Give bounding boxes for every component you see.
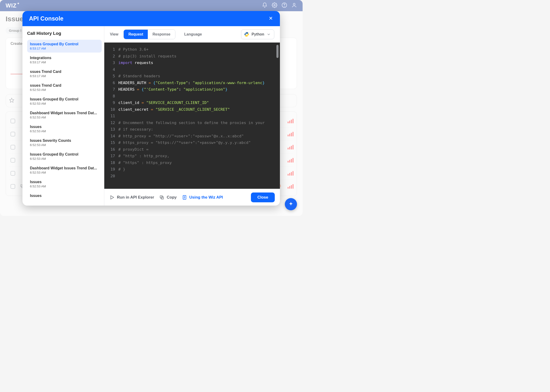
line-number: 1 bbox=[104, 46, 118, 53]
history-item-name: Issues Grouped By Control bbox=[30, 97, 99, 101]
api-console-modal: API Console Call History Log Issues Grou… bbox=[22, 11, 280, 206]
line-number: 4 bbox=[104, 66, 118, 73]
history-item-name: Issues Grouped By Control bbox=[30, 42, 99, 46]
code-content bbox=[118, 173, 121, 180]
code-editor[interactable]: 1# Python 3.6+2# pip(3) install requests… bbox=[104, 42, 280, 189]
code-line: 9client_id = "SERVICE_ACCOUNT_CLIENT_ID" bbox=[104, 99, 280, 106]
code-content: # https_proxy = "https://"*user+":"+pass… bbox=[118, 140, 251, 146]
history-item-name: ssues Trend Card bbox=[30, 70, 99, 74]
history-item[interactable]: Dashboard Widget Issues Trend Dat...6:52… bbox=[27, 164, 102, 177]
code-content: # Standard headers bbox=[118, 73, 160, 80]
call-history-sidebar: Call History Log Issues Grouped By Contr… bbox=[22, 26, 104, 206]
code-content bbox=[118, 93, 121, 100]
history-item-name: Issues bbox=[30, 194, 99, 198]
request-response-toggle: Request Response bbox=[123, 29, 175, 39]
modal-footer: Run in API Explorer Copy Using the Wiz A… bbox=[104, 189, 280, 206]
history-item[interactable]: ssues Trend Card6:52:53 AM bbox=[27, 81, 102, 94]
copy-icon bbox=[159, 195, 164, 200]
code-content: HEADERS = {"'Content-Type": "application… bbox=[118, 86, 228, 93]
code-content: # Uncomment the following section to def… bbox=[118, 120, 265, 126]
code-line: 19# } bbox=[104, 166, 280, 173]
line-number: 11 bbox=[104, 113, 118, 120]
svg-marker-10 bbox=[111, 196, 114, 199]
code-content: # proxyDict = bbox=[118, 146, 149, 153]
line-number: 3 bbox=[104, 60, 118, 66]
assistant-fab[interactable] bbox=[285, 198, 297, 210]
run-api-explorer-button[interactable]: Run in API Explorer bbox=[109, 195, 154, 200]
code-line: 1# Python 3.6+ bbox=[104, 46, 280, 53]
line-number: 16 bbox=[104, 146, 118, 153]
history-item[interactable]: ssues Trend Card6:53:17 AM bbox=[27, 67, 102, 80]
copy-label: Copy bbox=[167, 195, 177, 200]
line-number: 17 bbox=[104, 153, 118, 160]
code-line: 16# proxyDict = bbox=[104, 146, 280, 153]
line-number: 8 bbox=[104, 93, 118, 100]
request-tab[interactable]: Request bbox=[124, 30, 148, 39]
code-content: # http_proxy = "http://"+user+":"+passw+… bbox=[118, 133, 244, 140]
history-item-name: Dashboard Widget Issues Trend Dat... bbox=[30, 111, 99, 115]
line-number: 13 bbox=[104, 126, 118, 133]
history-item-name: Dashboard Widget Issues Trend Dat... bbox=[30, 166, 99, 170]
language-select[interactable]: Python bbox=[241, 29, 274, 39]
code-line: 13# if necessary: bbox=[104, 126, 280, 133]
modal-title: API Console bbox=[29, 15, 63, 22]
line-number: 2 bbox=[104, 53, 118, 60]
code-line: 4 bbox=[104, 66, 280, 73]
line-number: 10 bbox=[104, 106, 118, 113]
code-line: 7HEADERS = {"'Content-Type": "applicatio… bbox=[104, 86, 280, 93]
history-item[interactable]: Issues Grouped By Control6:52:53 AM bbox=[27, 150, 102, 163]
history-item[interactable]: Dashboard Widget Issues Trend Dat...6:52… bbox=[27, 109, 102, 121]
history-item[interactable]: Issues Grouped By Control6:53:17 AM bbox=[27, 40, 102, 53]
docs-link[interactable]: Using the Wiz API bbox=[182, 195, 223, 200]
history-item-name: Issues bbox=[30, 125, 99, 129]
document-icon bbox=[182, 195, 187, 200]
history-item-time: 6:52:53 AM bbox=[30, 88, 99, 91]
history-item-time: 6:53:17 AM bbox=[30, 61, 99, 64]
svg-point-9 bbox=[247, 36, 248, 36]
history-item-time: 6:52:53 AM bbox=[30, 143, 99, 147]
code-content: # if necessary: bbox=[118, 126, 153, 133]
code-content: client_id = "SERVICE_ACCOUNT_CLIENT_ID" bbox=[118, 99, 209, 106]
scrollbar-thumb[interactable] bbox=[276, 45, 279, 58]
code-line: 15# https_proxy = "https://"*user+":"+pa… bbox=[104, 140, 280, 146]
line-number: 12 bbox=[104, 120, 118, 126]
history-item-time: 6:53:17 AM bbox=[30, 74, 99, 78]
line-number: 19 bbox=[104, 166, 118, 173]
history-item-time: 6:52:53 AM bbox=[30, 157, 99, 161]
close-button[interactable]: Close bbox=[251, 192, 275, 202]
history-item-name: ssues Trend Card bbox=[30, 84, 99, 88]
python-icon bbox=[244, 32, 249, 37]
code-line: 12# Uncomment the following section to d… bbox=[104, 120, 280, 126]
history-item-time: 6:52:53 AM bbox=[30, 116, 99, 119]
close-icon[interactable] bbox=[268, 16, 273, 22]
view-button[interactable]: View bbox=[110, 32, 118, 36]
sidebar-title: Call History Log bbox=[27, 31, 102, 36]
line-number: 14 bbox=[104, 133, 118, 140]
code-line: 14# http_proxy = "http://"+user+":"+pass… bbox=[104, 133, 280, 140]
history-item[interactable]: Issues bbox=[27, 191, 102, 200]
history-item[interactable]: Integrations6:53:17 AM bbox=[27, 54, 102, 66]
history-item[interactable]: Issues6:52:53 AM bbox=[27, 178, 102, 190]
history-item-time: 6:53:17 AM bbox=[30, 47, 99, 50]
line-number: 7 bbox=[104, 86, 118, 93]
history-item-time: 6:52:53 AM bbox=[30, 102, 99, 105]
language-value: Python bbox=[252, 32, 264, 36]
code-content: client_secret = "SERVICE _ACCOUNT_CLIENT… bbox=[118, 106, 230, 113]
svg-point-8 bbox=[246, 33, 246, 33]
history-item[interactable]: Issues Severity Counts6:52:53 AM bbox=[27, 136, 102, 149]
line-number: 20 bbox=[104, 173, 118, 180]
history-item-name: Issues Grouped By Control bbox=[30, 152, 99, 156]
run-label: Run in API Explorer bbox=[117, 195, 154, 200]
code-line: 2# pip(3) install requests bbox=[104, 53, 280, 60]
code-line: 3import requests bbox=[104, 60, 280, 66]
copy-button[interactable]: Copy bbox=[159, 195, 177, 200]
history-item[interactable]: Issues6:52:53 AM bbox=[27, 122, 102, 135]
response-tab[interactable]: Response bbox=[148, 30, 175, 39]
code-content: # "http" : http_proxy, bbox=[118, 153, 170, 160]
language-label: Language bbox=[184, 32, 202, 36]
code-line: 8 bbox=[104, 93, 280, 100]
code-panel: View Request Response Language Python bbox=[104, 26, 280, 206]
history-item-time: 6:52:53 AM bbox=[30, 185, 99, 188]
history-item[interactable]: Issues Grouped By Control6:52:53 AM bbox=[27, 95, 102, 108]
code-content: # pip(3) install requests bbox=[118, 53, 176, 60]
